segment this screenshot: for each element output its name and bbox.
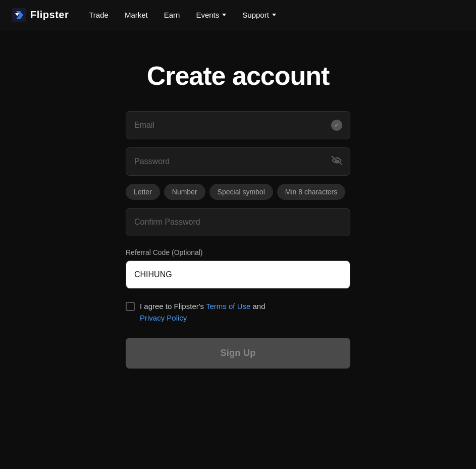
- agree-checkbox[interactable]: [126, 302, 135, 311]
- password-field-wrapper: [126, 147, 350, 176]
- referral-input[interactable]: [126, 260, 350, 289]
- email-field-wrapper: ✓: [126, 111, 350, 139]
- eye-slash-icon[interactable]: [331, 156, 342, 168]
- referral-label: Referral Code (Optional): [126, 248, 350, 256]
- nav-link-events[interactable]: Events: [196, 11, 226, 19]
- page-title: Create account: [147, 61, 330, 91]
- confirm-password-field-wrapper: [126, 208, 350, 236]
- nav-link-earn[interactable]: Earn: [164, 11, 180, 19]
- email-input[interactable]: [126, 111, 350, 139]
- email-check-icon: ✓: [331, 120, 342, 131]
- nav-item-events[interactable]: Events: [196, 11, 226, 19]
- password-input[interactable]: [126, 147, 350, 176]
- agree-text: I agree to Flipster's Terms of Use and P…: [140, 301, 266, 324]
- hint-min-chars: Min 8 characters: [277, 184, 345, 200]
- main-content: Create account ✓ Letter Number Special s…: [0, 30, 476, 369]
- password-hints: Letter Number Special symbol Min 8 chara…: [126, 184, 350, 200]
- chevron-down-icon: [272, 14, 276, 16]
- nav-item-support[interactable]: Support: [242, 11, 276, 19]
- privacy-policy-link[interactable]: Privacy Policy: [140, 314, 187, 322]
- terms-of-use-link[interactable]: Terms of Use: [206, 302, 250, 310]
- hint-special-symbol: Special symbol: [209, 184, 273, 200]
- logo-link[interactable]: Flipster: [12, 8, 69, 22]
- referral-section: Referral Code (Optional): [126, 248, 350, 301]
- hint-letter: Letter: [126, 184, 160, 200]
- logo-icon: [12, 8, 26, 22]
- checkmark-icon: ✓: [331, 120, 342, 131]
- nav-links: Trade Market Earn Events Support: [89, 11, 276, 19]
- agree-section: I agree to Flipster's Terms of Use and P…: [126, 301, 350, 324]
- brand-name: Flipster: [30, 9, 69, 21]
- navigation: Flipster Trade Market Earn Events Suppor…: [0, 0, 476, 30]
- nav-item-trade[interactable]: Trade: [89, 11, 109, 19]
- hint-number: Number: [164, 184, 205, 200]
- nav-item-market[interactable]: Market: [125, 11, 148, 19]
- nav-item-earn[interactable]: Earn: [164, 11, 180, 19]
- create-account-form: ✓ Letter Number Special symbol Min 8 cha…: [126, 111, 350, 369]
- signup-button[interactable]: Sign Up: [126, 338, 350, 369]
- confirm-password-input[interactable]: [126, 208, 350, 236]
- eye-slash-svg: [331, 156, 342, 165]
- nav-link-market[interactable]: Market: [125, 11, 148, 19]
- nav-link-trade[interactable]: Trade: [89, 11, 109, 19]
- nav-link-support[interactable]: Support: [242, 11, 276, 19]
- chevron-down-icon: [222, 14, 226, 16]
